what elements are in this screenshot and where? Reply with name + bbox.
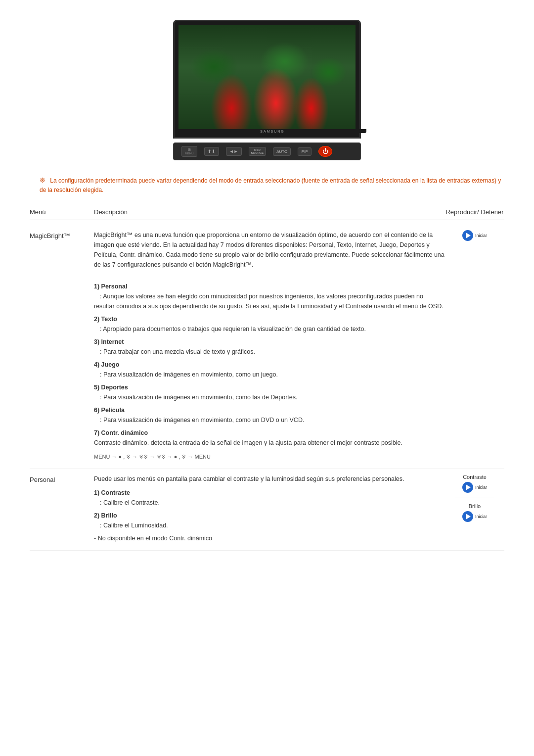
svg-point-17 bbox=[277, 35, 281, 70]
monitor-screen bbox=[178, 25, 356, 129]
svg-rect-0 bbox=[178, 25, 356, 129]
note-text: ※ La configuración predeterminada puede … bbox=[40, 175, 504, 194]
personal-intro: Puede usar los menús en pantalla para ca… bbox=[94, 474, 445, 484]
play-button-magic[interactable]: Iniciar bbox=[462, 230, 487, 241]
svg-point-9 bbox=[235, 33, 260, 82]
svg-point-13 bbox=[262, 25, 297, 90]
contraste-label: Contraste bbox=[463, 474, 487, 480]
osd-button[interactable]: OSD SOURCE bbox=[249, 147, 267, 156]
note-symbol: ※ bbox=[40, 176, 45, 184]
svg-point-28 bbox=[320, 87, 350, 107]
row-action-personal: Contraste Iniciar Brillo Iniciar bbox=[445, 474, 504, 522]
leftright-button[interactable]: ◄► bbox=[226, 147, 242, 156]
magic-item-2: 2) Texto : Apropiado para documentos o t… bbox=[94, 314, 445, 334]
svg-point-29 bbox=[205, 55, 208, 83]
svg-point-22 bbox=[315, 45, 341, 89]
magic-item-6: 6) Película : Para visualización de imág… bbox=[94, 405, 445, 425]
play-circle-icon bbox=[462, 230, 473, 241]
svg-point-19 bbox=[307, 40, 336, 97]
svg-point-3 bbox=[188, 46, 225, 104]
menu-button[interactable]: ⊞ MENU bbox=[181, 146, 197, 157]
table-row: MagicBright™ MagicBright™ es una nueva f… bbox=[30, 225, 504, 469]
table-header: Menú Descripción Reproducir/ Detener bbox=[30, 204, 504, 220]
svg-rect-18 bbox=[320, 70, 323, 129]
svg-point-6 bbox=[201, 53, 222, 92]
svg-point-14 bbox=[266, 25, 293, 80]
play-circle-contraste-icon bbox=[462, 482, 473, 493]
header-action: Reproducir/ Detener bbox=[445, 208, 504, 216]
svg-point-31 bbox=[319, 48, 323, 78]
svg-rect-1 bbox=[178, 25, 356, 129]
table-row-personal: Personal Puede usar los menús en pantall… bbox=[30, 469, 504, 551]
controls-bar: ⊞ MENU ⬆⬇ ◄► OSD SOURCE AUTO PIP ⏻ bbox=[173, 142, 361, 160]
row-label-personal: Personal bbox=[30, 474, 94, 483]
magic-item-3: 3) Internet : Para trabajar con una mezc… bbox=[94, 337, 445, 357]
auto-button[interactable]: AUTO bbox=[273, 147, 291, 156]
personal-item-1: 1) Contraste : Calibre el Contraste. bbox=[94, 488, 445, 508]
row-content-magic: MagicBright™ es una nueva función que pr… bbox=[94, 230, 445, 464]
svg-point-15 bbox=[258, 30, 289, 83]
svg-point-16 bbox=[270, 30, 302, 83]
monitor-bottom-bar: SAMSUNG bbox=[178, 129, 366, 133]
svg-rect-7 bbox=[246, 65, 249, 129]
menu-path: MENU → ● , ※ → ※※ → ※※ → ● , ※ → MENU bbox=[94, 453, 445, 462]
play-circle-brillo-icon bbox=[462, 511, 473, 522]
svg-point-11 bbox=[240, 37, 267, 85]
svg-point-30 bbox=[245, 40, 249, 72]
magic-item-4: 4) Juego : Para visualización de imágene… bbox=[94, 360, 445, 379]
monitor-section: SAMSUNG ⊞ MENU ⬆⬇ ◄► OSD SOURCE AUTO PIP… bbox=[30, 20, 504, 160]
play-label-contraste: Iniciar bbox=[475, 485, 487, 490]
svg-point-4 bbox=[192, 46, 222, 94]
monitor-frame: SAMSUNG bbox=[173, 20, 361, 139]
power-button[interactable]: ⏻ bbox=[318, 146, 332, 157]
play-label-brillo: Iniciar bbox=[475, 514, 487, 519]
svg-point-26 bbox=[278, 83, 312, 101]
header-menu: Menú bbox=[30, 208, 94, 216]
pip-button[interactable]: PIP bbox=[298, 147, 312, 156]
svg-point-21 bbox=[303, 45, 328, 89]
svg-rect-2 bbox=[206, 75, 208, 129]
content-table: Menú Descripción Reproducir/ Detener Mag… bbox=[30, 204, 504, 551]
contraste-action-group: Contraste Iniciar bbox=[462, 474, 487, 493]
personal-item-2: 2) Brillo : Calibre el Luminosidad. bbox=[94, 511, 445, 530]
row-label-magic: MagicBright™ bbox=[30, 230, 94, 239]
play-button-contraste[interactable]: Iniciar bbox=[462, 482, 487, 493]
svg-point-20 bbox=[310, 40, 333, 88]
svg-point-23 bbox=[201, 82, 232, 107]
magic-item-7: 7) Contr. dinámico Contraste dinámico. d… bbox=[94, 428, 445, 448]
play-triangle-icon bbox=[466, 233, 471, 238]
brand-logo: SAMSUNG bbox=[260, 130, 284, 133]
magic-intro: MagicBright™ es una nueva función que pr… bbox=[94, 230, 445, 270]
magic-item-1: 1) Personal : Aunque los valores se han … bbox=[94, 282, 445, 311]
magic-item-5: 5) Deportes : Para visualización de imág… bbox=[94, 382, 445, 402]
play-triangle-brillo-icon bbox=[466, 514, 471, 520]
brillo-action-group: Brillo Iniciar bbox=[462, 503, 487, 522]
svg-point-10 bbox=[226, 37, 257, 85]
play-label-magic: Iniciar bbox=[475, 233, 487, 238]
svg-point-5 bbox=[186, 50, 217, 94]
svg-point-25 bbox=[244, 83, 277, 106]
play-button-brillo[interactable]: Iniciar bbox=[462, 511, 487, 522]
note-section: ※ La configuración predeterminada puede … bbox=[30, 175, 504, 194]
svg-point-27 bbox=[295, 90, 326, 109]
svg-rect-12 bbox=[278, 60, 281, 129]
divider bbox=[455, 498, 494, 498]
updown-button[interactable]: ⬆⬇ bbox=[204, 147, 219, 156]
brillo-label: Brillo bbox=[469, 503, 481, 509]
play-triangle-contraste-icon bbox=[466, 484, 471, 490]
header-description: Descripción bbox=[94, 208, 445, 216]
row-action-magic: Iniciar bbox=[445, 230, 504, 241]
svg-point-24 bbox=[218, 88, 255, 111]
monitor-image bbox=[178, 25, 356, 129]
row-content-personal: Puede usar los menús en pantalla para ca… bbox=[94, 474, 445, 545]
personal-footer: - No disponible en el modo Contr. dinámi… bbox=[94, 533, 445, 543]
svg-point-8 bbox=[231, 33, 263, 92]
